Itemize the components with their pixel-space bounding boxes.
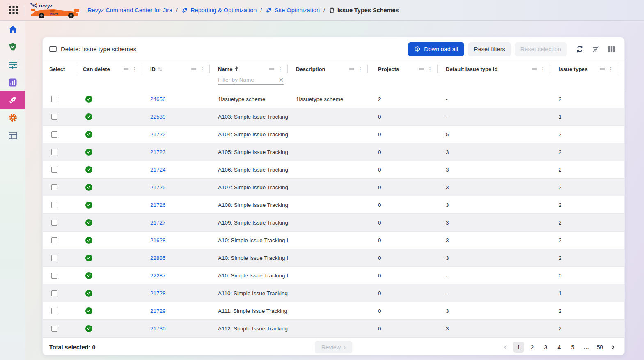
filter-icon[interactable]: [532, 67, 537, 71]
row-checkbox[interactable]: [51, 308, 57, 314]
scheme-default-issue-type-id: -: [438, 267, 550, 284]
column-header-select: Select: [43, 61, 76, 77]
row-checkbox[interactable]: [51, 131, 57, 138]
panel-title: Delete: Issue type schemes: [61, 46, 136, 53]
scheme-id-link[interactable]: 21628: [150, 237, 166, 243]
bar-chart-icon: [9, 78, 17, 87]
sidebar-item-configuration[interactable]: [0, 56, 25, 73]
pagination-page-2[interactable]: 2: [527, 342, 538, 353]
sidebar-item-data-table[interactable]: [0, 126, 25, 144]
row-checkbox[interactable]: [51, 114, 57, 120]
scheme-id-link[interactable]: 22287: [150, 273, 166, 279]
row-checkbox[interactable]: [51, 202, 57, 208]
scheme-id-link[interactable]: 21728: [150, 290, 166, 296]
filter-icon[interactable]: [123, 67, 129, 71]
app-switcher-icon[interactable]: [9, 5, 18, 15]
row-checkbox[interactable]: [51, 237, 57, 243]
pagination-page-4[interactable]: 4: [554, 342, 565, 353]
scheme-projects-count: 0: [368, 302, 438, 319]
sidebar: [0, 21, 25, 360]
table-row: 21727 A109: Simple Issue Tracking Iss 0 …: [43, 214, 624, 232]
table-row: 22287 A10: Simple Issue Tracking Issu 0 …: [43, 267, 624, 284]
issue-type-schemes-panel: Delete: Issue type schemes Download all …: [42, 37, 625, 355]
scheme-id-link[interactable]: 21725: [150, 184, 166, 190]
table-header: Select Can delete ⋮ ID ⋮ Na: [43, 61, 624, 90]
columns-icon[interactable]: [605, 43, 618, 55]
row-checkbox[interactable]: [51, 290, 57, 296]
column-menu-icon[interactable]: ⋮: [540, 66, 545, 72]
scheme-projects-count: 0: [368, 108, 438, 125]
breadcrumb-site-optimization[interactable]: Site Optimization: [275, 7, 320, 14]
column-menu-icon[interactable]: ⋮: [277, 66, 283, 72]
refresh-icon[interactable]: [573, 43, 586, 55]
scheme-id-link[interactable]: 21730: [150, 326, 166, 332]
scheme-id-link[interactable]: 21722: [150, 131, 166, 138]
chevron-right-icon: ›: [344, 344, 346, 351]
row-checkbox[interactable]: [51, 167, 57, 173]
scheme-id-link[interactable]: 21724: [150, 167, 166, 173]
revyz-logo[interactable]: revyz REVYZ: [30, 1, 80, 20]
scheme-id-link[interactable]: 21729: [150, 308, 166, 314]
row-checkbox[interactable]: [51, 255, 57, 261]
scheme-id-link[interactable]: 24656: [150, 96, 166, 102]
table-row: 21628 A10: Simple Issue Tracking Issu 0 …: [43, 232, 624, 249]
filter-icon[interactable]: [349, 67, 355, 71]
scheme-id-link[interactable]: 21723: [150, 149, 166, 155]
clear-filter-icon[interactable]: [589, 43, 602, 55]
breadcrumb-command-center[interactable]: Revyz Command Center for Jira: [87, 7, 172, 14]
scheme-projects-count: 0: [368, 249, 438, 266]
scheme-id-link[interactable]: 22539: [150, 114, 166, 120]
row-checkbox[interactable]: [51, 273, 57, 279]
can-delete-check-icon: [85, 307, 92, 314]
column-header-id[interactable]: ID ⋮: [142, 61, 210, 77]
sidebar-item-settings[interactable]: [0, 109, 25, 126]
pagination-page-58[interactable]: 58: [594, 342, 605, 353]
scheme-issue-types-count: 2: [550, 196, 618, 213]
column-menu-icon[interactable]: ⋮: [358, 66, 363, 72]
breadcrumb-reporting-optimization[interactable]: Reporting & Optimization: [190, 7, 257, 14]
column-menu-icon[interactable]: ⋮: [199, 66, 205, 72]
filter-icon[interactable]: [419, 67, 424, 71]
pagination-page-5[interactable]: 5: [567, 342, 578, 353]
scheme-name: A106: Simple Issue Tracking Iss: [210, 161, 288, 178]
filter-icon[interactable]: [599, 67, 605, 71]
reset-filters-button[interactable]: Reset filters: [468, 42, 511, 56]
pagination-page-1[interactable]: 1: [513, 342, 524, 353]
scheme-name: A109: Simple Issue Tracking Iss: [210, 214, 288, 231]
column-menu-icon[interactable]: ⋮: [608, 66, 613, 72]
column-menu-icon[interactable]: ⋮: [132, 66, 137, 72]
column-menu-icon[interactable]: ⋮: [427, 66, 433, 72]
scheme-name: 1issuetype scheme: [210, 90, 288, 108]
scheme-name: A10: Simple Issue Tracking Issu: [210, 267, 288, 284]
scheme-description: [288, 214, 368, 231]
row-checkbox[interactable]: [51, 326, 57, 332]
table-row: 21728 A110: Simple Issue Tracking Iss 0 …: [43, 284, 624, 302]
sort-icon: [158, 66, 163, 72]
name-filter-input[interactable]: [218, 77, 273, 83]
pagination-page-3[interactable]: 3: [540, 342, 551, 353]
svg-text:revyz: revyz: [39, 2, 53, 9]
row-checkbox[interactable]: [51, 220, 57, 226]
shield-check-icon: [9, 43, 17, 51]
pagination-prev-icon[interactable]: [501, 342, 511, 352]
row-checkbox[interactable]: [51, 149, 57, 155]
scheme-id-link[interactable]: 21726: [150, 202, 166, 208]
download-all-button[interactable]: Download all: [408, 42, 464, 56]
sidebar-item-analytics[interactable]: [0, 73, 25, 91]
reset-selection-button[interactable]: Reset selection: [515, 42, 567, 56]
scheme-id-link[interactable]: 21727: [150, 220, 166, 226]
clear-filter-x-icon[interactable]: ✕: [278, 77, 284, 83]
sidebar-item-security[interactable]: [0, 38, 25, 56]
pagination-next-icon[interactable]: [608, 342, 618, 352]
filter-icon[interactable]: [191, 67, 197, 71]
sidebar-item-optimization[interactable]: [0, 91, 25, 109]
row-checkbox[interactable]: [51, 184, 57, 190]
scheme-issue-types-count: 2: [550, 143, 618, 161]
scheme-issue-types-count: 2: [550, 320, 618, 337]
scheme-id-link[interactable]: 22885: [150, 255, 166, 261]
row-checkbox[interactable]: [51, 96, 57, 102]
review-button[interactable]: Review ›: [315, 341, 353, 353]
filter-icon[interactable]: [269, 67, 275, 71]
sidebar-item-home[interactable]: [0, 21, 25, 38]
column-header-name[interactable]: Name ⋮: [210, 61, 288, 77]
